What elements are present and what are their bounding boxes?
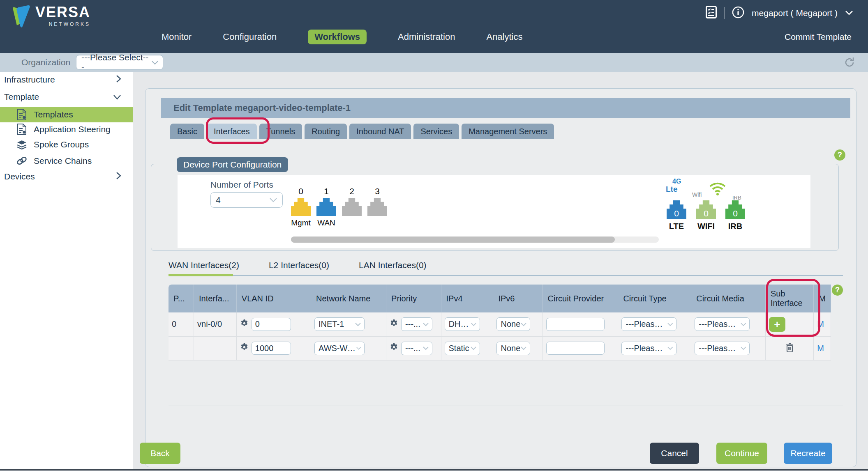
ethernet-port-icon [342, 198, 362, 216]
organization-select[interactable]: ---Please Select--- [76, 55, 163, 70]
versa-logo-icon [12, 4, 31, 30]
circuit-provider-input[interactable] [546, 342, 605, 355]
circuit-type-select[interactable]: ---Please ... [621, 342, 676, 355]
cell-port [169, 336, 194, 360]
continue-button[interactable]: Continue [716, 443, 767, 464]
nav-monitor[interactable]: Monitor [162, 32, 192, 42]
template-tabs: Basic Interfaces Tunnels Routing Inbound… [170, 124, 554, 139]
circuit-provider-input[interactable] [546, 318, 605, 331]
cell-interface [194, 336, 237, 360]
gear-icon[interactable] [240, 343, 249, 354]
interface-type-tabs: WAN Interfaces(2) L2 Interfaces(0) LAN I… [169, 260, 427, 270]
col-circuit-media: Circuit Media [691, 285, 766, 312]
chevron-down-icon [740, 322, 747, 326]
sidebar-item-infrastructure[interactable]: Infrastructure [0, 72, 133, 87]
sidebar-item-application-steering[interactable]: Application Steering [0, 122, 133, 137]
number-of-ports-select[interactable]: 4 [210, 192, 283, 208]
chevron-down-icon [740, 346, 747, 350]
active-tab-underline [169, 274, 233, 276]
tab-lan-interfaces[interactable]: LAN Interfaces(0) [359, 260, 427, 270]
chevron-down-icon [269, 197, 277, 202]
nav-configuration[interactable]: Configuration [223, 32, 277, 42]
col-circuit-type: Circuit Type [618, 285, 691, 312]
circuit-media-select[interactable]: ---Please ... [695, 317, 750, 331]
ethernet-port-icon [316, 198, 336, 216]
circuit-media-select[interactable]: ---Please ... [695, 342, 750, 355]
scrollbar-thumb[interactable] [291, 236, 615, 243]
back-button[interactable]: Back [140, 443, 180, 464]
circuit-type-select[interactable]: ---Please ... [621, 317, 676, 331]
tab-routing[interactable]: Routing [305, 124, 347, 139]
table-row: 0 vni-0/0 INET-1 ---... [169, 312, 831, 336]
sidebar-item-templates[interactable]: Templates [0, 107, 133, 122]
chevron-down-icon [520, 322, 527, 326]
port-3[interactable]: 3 [367, 186, 387, 227]
priority-select[interactable]: ---... [401, 342, 432, 355]
nav-workflows[interactable]: Workflows [308, 30, 367, 44]
clipped-link[interactable]: M [817, 319, 824, 328]
page-title: Edit Template megaport-video-template-1 [161, 98, 850, 118]
tab-inbound-nat[interactable]: Inbound NAT [349, 124, 411, 139]
sidebar-item-service-chains[interactable]: Service Chains [0, 153, 133, 169]
user-menu[interactable]: megaport ( Megaport ) [752, 8, 838, 18]
wan-interfaces-table: P... Interfa... VLAN ID Network Name Pri… [169, 285, 831, 360]
tasks-checklist-icon[interactable] [706, 6, 717, 20]
clipped-link[interactable]: M [817, 344, 824, 353]
col-interface: Interfa... [194, 285, 237, 312]
ethernet-port-icon [367, 198, 387, 216]
irb-port[interactable]: 0 IRB [725, 200, 746, 231]
ipv4-select[interactable]: DHCP [445, 317, 480, 331]
network-name-select[interactable]: AWS-Wes... [314, 342, 365, 355]
commit-template-link[interactable]: Commit Template [785, 32, 852, 42]
delete-sub-interface-button[interactable] [784, 342, 795, 355]
sidebar-item-spoke-groups[interactable]: Spoke Groups [0, 137, 133, 152]
port-2[interactable]: 2 [342, 186, 362, 227]
add-sub-interface-button[interactable]: + [769, 317, 785, 332]
cancel-button[interactable]: Cancel [650, 443, 699, 464]
tab-wan-interfaces[interactable]: WAN Interfaces(2) [169, 260, 239, 270]
vlan-id-input[interactable] [252, 318, 291, 331]
info-icon[interactable] [732, 6, 744, 20]
tab-services[interactable]: Services [413, 124, 459, 139]
chevron-down-icon [471, 322, 477, 326]
help-icon[interactable]: ? [834, 149, 845, 161]
tab-tunnels[interactable]: Tunnels [259, 124, 302, 139]
port-1-wan[interactable]: 1 WAN [316, 186, 336, 227]
cell-interface: vni-0/0 [194, 312, 237, 336]
sidebar-item-devices[interactable]: Devices [0, 169, 133, 184]
chevron-down-icon[interactable] [845, 9, 853, 17]
header-utility-icons: megaport ( Megaport ) [706, 6, 853, 20]
tab-l2-interfaces[interactable]: L2 Interfaces(0) [269, 260, 329, 270]
recreate-button[interactable]: Recreate [784, 443, 832, 464]
tab-management-servers[interactable]: Management Servers [462, 124, 554, 139]
gear-icon[interactable] [390, 343, 398, 354]
tab-interfaces[interactable]: Interfaces [207, 124, 257, 139]
nav-analytics[interactable]: Analytics [486, 32, 522, 42]
wifi-signal-icon [709, 181, 727, 197]
help-icon[interactable]: ? [832, 285, 843, 296]
brand-name: VERSA [35, 4, 90, 21]
port-0-mgmt[interactable]: 0 Mgmt [291, 186, 311, 227]
tab-basic[interactable]: Basic [170, 124, 204, 139]
lte-port-icon: 0 [667, 200, 686, 219]
lte-port[interactable]: 0 LTE [666, 200, 687, 231]
organization-label: Organization [21, 57, 70, 67]
sidebar-item-template[interactable]: Template [0, 89, 133, 105]
priority-select[interactable]: ---... [401, 317, 432, 331]
ipv6-select[interactable]: None [496, 342, 530, 355]
vlan-id-input[interactable] [252, 342, 291, 355]
ports-horizontal-scrollbar[interactable] [291, 236, 659, 243]
col-network-name: Network Name [311, 285, 386, 312]
gear-icon[interactable] [390, 319, 398, 330]
organization-bar: Organization ---Please Select--- [0, 53, 868, 72]
gear-icon[interactable] [240, 319, 249, 330]
network-name-select[interactable]: INET-1 [314, 317, 365, 331]
ipv4-select[interactable]: Static [445, 342, 480, 355]
wifi-port[interactable]: 0 WIFI [695, 200, 717, 231]
irb-port-icon: 0 [725, 200, 745, 219]
chain-link-icon [16, 156, 28, 166]
refresh-icon[interactable] [843, 56, 856, 70]
nav-administration[interactable]: Administration [398, 32, 455, 42]
ipv6-select[interactable]: None [496, 317, 530, 331]
chevron-down-icon [151, 60, 159, 65]
